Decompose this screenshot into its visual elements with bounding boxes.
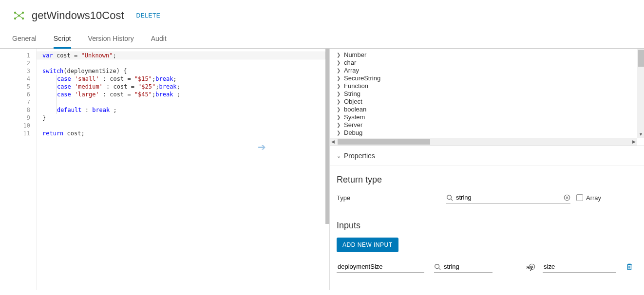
chevron-right-icon: ❯	[337, 107, 341, 112]
tree-item-label: boolean	[344, 106, 366, 113]
svg-line-8	[19, 16, 23, 18]
inputs-heading: Inputs	[337, 221, 638, 231]
chevron-right-icon: ❯	[337, 83, 341, 89]
tree-item[interactable]: ❯SecureString	[337, 74, 644, 82]
tree-item[interactable]: ❯char	[337, 58, 644, 66]
tree-item-label: Function	[344, 82, 368, 90]
chevron-right-icon: ❯	[337, 130, 341, 135]
svg-line-15	[439, 268, 441, 270]
return-type-input[interactable]	[455, 192, 562, 203]
scroll-down-icon[interactable]: ▼	[639, 132, 643, 137]
line-gutter: 1234567891011	[0, 49, 37, 290]
tree-item-label: Array	[344, 67, 359, 74]
chevron-right-icon: ❯	[337, 114, 341, 120]
tab-general[interactable]: General	[12, 30, 37, 48]
code-editor[interactable]: 1234567891011 var cost = "Unknown";switc…	[0, 49, 329, 290]
tab-version-history[interactable]: Version History	[88, 30, 134, 48]
input-name-field[interactable]	[337, 261, 424, 273]
return-type-field[interactable]	[446, 192, 570, 203]
return-array-checkbox[interactable]: Array	[576, 194, 601, 202]
tree-item-label: char	[344, 59, 356, 66]
tree-horizontal-scrollbar[interactable]: ◀ ▶	[330, 138, 637, 146]
page-title: getWindows10Cost	[32, 9, 124, 22]
tab-script[interactable]: Script	[54, 30, 71, 49]
delete-button[interactable]: DELETE	[136, 12, 161, 19]
tree-item[interactable]: ❯Object	[337, 97, 644, 105]
app-logo-icon	[12, 9, 26, 22]
tree-item[interactable]: ❯String	[337, 90, 644, 97]
tree-item-label: Object	[344, 98, 362, 105]
tree-item[interactable]: ❯System	[337, 113, 644, 121]
svg-line-5	[15, 13, 19, 16]
type-tree[interactable]: ❯Number❯char❯Array❯SecureString❯Function…	[330, 49, 644, 136]
tree-item-label: String	[344, 90, 360, 97]
tree-item[interactable]: ❯Server	[337, 121, 644, 129]
svg-line-6	[19, 13, 23, 16]
svg-point-14	[435, 264, 439, 268]
tree-item[interactable]: ❯Function	[337, 82, 644, 90]
scroll-left-icon[interactable]: ◀	[331, 139, 335, 144]
chevron-right-icon: ❯	[337, 68, 341, 73]
chevron-right-icon: ❯	[337, 75, 341, 81]
search-icon	[434, 263, 441, 270]
clear-icon[interactable]	[564, 194, 570, 201]
editor-scrollbar[interactable]	[325, 49, 329, 224]
tree-item-label: Number	[344, 51, 366, 58]
tree-item-label: System	[344, 113, 365, 121]
chevron-right-icon: ❯	[337, 91, 341, 96]
scroll-thumb[interactable]	[338, 139, 430, 145]
tree-vertical-scrollbar[interactable]: ▲ ▼	[637, 49, 644, 138]
code-area[interactable]: var cost = "Unknown";switch(deploymentSi…	[37, 49, 329, 290]
input-description-field[interactable]	[543, 261, 616, 273]
arrow-right-icon: ➔	[258, 141, 266, 153]
return-type-heading: Return type	[337, 175, 638, 185]
type-label: Type	[337, 194, 446, 202]
tree-item[interactable]: ❯boolean	[337, 105, 644, 113]
tree-item[interactable]: ❯Debug	[337, 129, 644, 136]
chevron-right-icon: ❯	[337, 52, 341, 57]
tree-item[interactable]: ❯Number	[337, 51, 644, 58]
trash-icon[interactable]	[625, 263, 633, 271]
tree-item[interactable]: ❯Array	[337, 66, 644, 74]
search-icon	[446, 194, 453, 201]
chevron-right-icon: ❯	[337, 122, 341, 128]
tree-item-label: Server	[344, 121, 362, 129]
properties-label: Properties	[344, 152, 375, 160]
svg-line-7	[15, 16, 19, 18]
properties-header[interactable]: ⌄ Properties	[330, 146, 644, 166]
input-type-field[interactable]	[434, 261, 492, 273]
chevron-right-icon: ❯	[337, 99, 341, 104]
scroll-thumb[interactable]	[638, 50, 644, 67]
tree-item-label: Debug	[344, 129, 362, 136]
tab-audit[interactable]: Audit	[151, 30, 167, 48]
svg-point-9	[447, 195, 452, 199]
clear-icon[interactable]	[529, 263, 535, 270]
chevron-down-icon: ⌄	[337, 153, 341, 159]
add-new-input-button[interactable]: ADD NEW INPUT	[337, 238, 398, 252]
chevron-right-icon: ❯	[337, 60, 341, 65]
scroll-right-icon[interactable]: ▶	[632, 139, 636, 144]
tree-item-label: SecureString	[344, 74, 380, 82]
svg-line-10	[451, 199, 453, 201]
input-type-input[interactable]	[443, 261, 527, 272]
array-checkbox-label: Array	[586, 194, 601, 202]
